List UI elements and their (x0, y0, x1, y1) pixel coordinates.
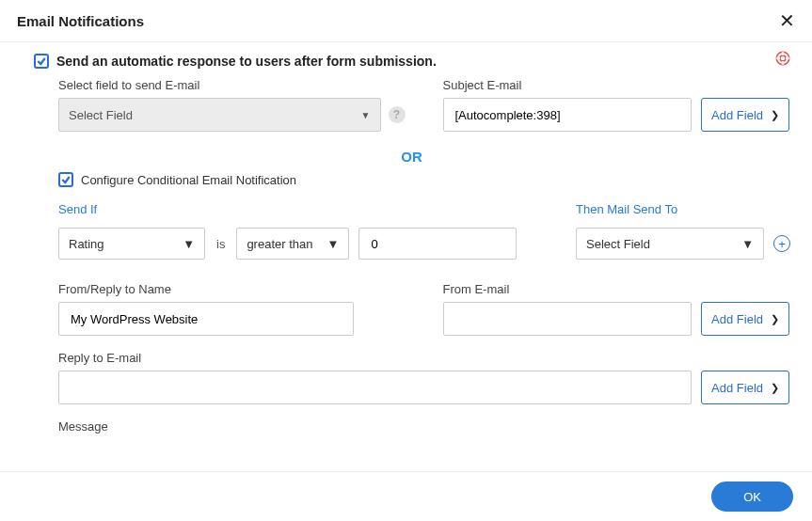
auto-response-checkbox[interactable] (34, 54, 49, 69)
add-field-replyto-button[interactable]: Add Field ❯ (701, 371, 789, 404)
then-mail-value: Select Field (586, 237, 650, 251)
add-field-subject-button[interactable]: Add Field ❯ (701, 98, 789, 132)
is-label: is (216, 237, 225, 251)
then-mail-label: Then Mail Send To (576, 202, 790, 216)
add-field-label: Add Field (711, 108, 763, 122)
chevron-down-icon: ▼ (327, 237, 340, 251)
auto-response-label: Send an automatic response to users afte… (56, 54, 437, 69)
chevron-down-icon: ▼ (361, 110, 371, 120)
sendif-field-select[interactable]: Rating ▼ (58, 228, 205, 260)
then-mail-select[interactable]: Select Field ▼ (576, 228, 764, 260)
conditional-checkbox[interactable] (58, 172, 73, 187)
modal-title: Email Notifications (17, 13, 144, 29)
chevron-down-icon: ▼ (741, 237, 754, 251)
help-icon[interactable] (774, 50, 791, 67)
add-field-label: Add Field (711, 381, 763, 395)
modal-body: Send an automatic response to users afte… (0, 42, 812, 471)
chevron-down-icon: ❯ (771, 382, 779, 394)
add-field-label: Add Field (711, 312, 763, 326)
replyto-label: Reply to E-mail (58, 351, 141, 365)
email-notifications-modal: Email Notifications ✕ Send an automatic … (0, 0, 812, 521)
from-email-input[interactable] (443, 302, 693, 336)
close-icon[interactable]: ✕ (779, 11, 795, 30)
chevron-down-icon: ❯ (771, 109, 779, 121)
message-label: Message (58, 419, 108, 434)
send-if-label: Send If (58, 202, 538, 216)
svg-point-1 (780, 55, 786, 61)
chevron-down-icon: ❯ (771, 313, 779, 325)
sendif-field-value: Rating (69, 237, 104, 251)
modal-footer: OK (0, 471, 812, 521)
or-divider: OR (34, 149, 789, 165)
add-condition-button[interactable]: + (773, 235, 790, 252)
sendif-operator-value: greater than (247, 237, 312, 251)
select-field-label: Select field to send E-mail (58, 78, 406, 92)
select-field-dropdown[interactable]: Select Field ▼ (58, 98, 381, 132)
modal-header: Email Notifications ✕ (0, 0, 812, 42)
sendif-value-input[interactable] (358, 228, 517, 260)
from-email-label: From E-mail (443, 282, 790, 296)
from-name-label: From/Reply to Name (58, 282, 406, 296)
sendif-operator-select[interactable]: greater than ▼ (236, 228, 349, 260)
subject-label: Subject E-mail (443, 78, 790, 92)
conditional-label: Configure Conditional Email Notification (81, 173, 296, 187)
chevron-down-icon: ▼ (183, 237, 195, 251)
from-name-input[interactable] (58, 302, 354, 336)
select-field-value: Select Field (69, 108, 133, 122)
subject-input[interactable] (443, 98, 693, 132)
add-field-from-button[interactable]: Add Field ❯ (701, 302, 789, 336)
hint-icon[interactable]: ? (389, 106, 406, 123)
replyto-input[interactable] (58, 371, 692, 404)
ok-button[interactable]: OK (711, 482, 793, 512)
